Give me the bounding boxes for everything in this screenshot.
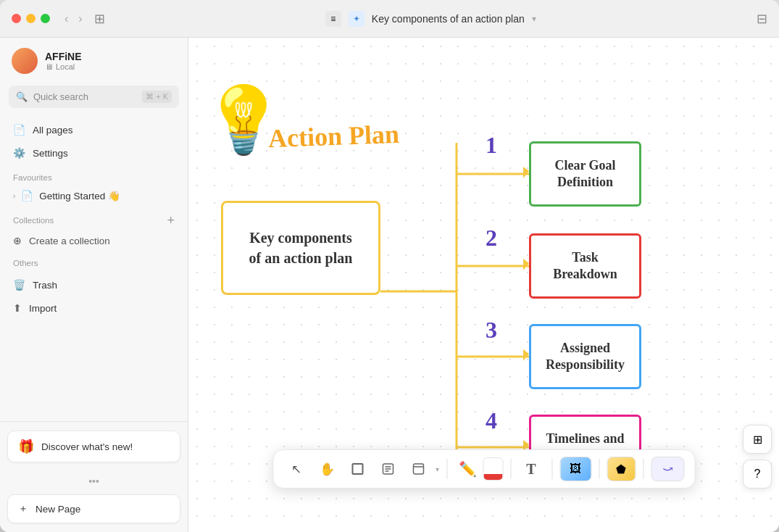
more-options-button[interactable]: •••	[81, 471, 107, 491]
nav-buttons: ‹ ›	[62, 11, 86, 27]
user-info: AFFiNE 🖥 Local	[45, 51, 82, 71]
branch-box-1-text: Clear GoalDefinition	[554, 157, 615, 191]
center-box-text: Key componentsof an action plan	[249, 228, 353, 268]
settings-icon: ⚙️	[13, 147, 25, 159]
embed-tool-button[interactable]	[405, 456, 431, 482]
svg-rect-10	[352, 464, 362, 474]
canvas-area[interactable]: 💡 Action Plan Key componentsof an action…	[188, 38, 779, 532]
sidebar-item-import[interactable]: ⬆ Import	[6, 296, 182, 320]
close-button[interactable]	[12, 14, 21, 23]
hand-tool-button[interactable]: ✋	[314, 456, 340, 482]
app-window: ‹ › ⊞ ≡ ✦ Key components of an action pl…	[0, 0, 779, 532]
discover-button[interactable]: 🎁 Discover what's new!	[7, 431, 180, 462]
sidebar: AFFiNE 🖥 Local 🔍 Quick search ⌘ + K 📄 Al…	[0, 38, 188, 532]
search-icon: 🔍	[16, 91, 28, 102]
image-tool-button[interactable]: 🖼	[559, 457, 591, 481]
workspace-label: 🖥 Local	[45, 62, 82, 71]
note-icon	[381, 462, 394, 475]
collections-label: Collections	[13, 216, 54, 225]
collections-header: Collections +	[0, 207, 188, 230]
sidebar-bottom: 🎁 Discover what's new! ••• ＋ New Page	[0, 421, 188, 532]
toolbar-separator-2	[510, 459, 511, 479]
titlebar-center: ≡ ✦ Key components of an action plan ▾	[114, 11, 748, 27]
toolbar-separator-3	[551, 459, 552, 479]
note-tool-button[interactable]	[375, 456, 401, 482]
user-name: AFFiNE	[45, 51, 82, 62]
branch-box-1: Clear GoalDefinition	[529, 141, 641, 207]
allpages-label: All pages	[33, 125, 73, 136]
sidebar-toggle-button[interactable]: ⊞	[94, 11, 105, 27]
num-label-4: 4	[486, 407, 497, 434]
grid-view-button[interactable]: ⊞	[743, 425, 772, 454]
canvas-right-buttons: ⊞ ?	[743, 425, 772, 489]
forward-button[interactable]: ›	[75, 11, 85, 27]
toolbar-separator	[446, 459, 447, 479]
frame-icon	[351, 462, 364, 475]
user-profile[interactable]: AFFiNE 🖥 Local	[0, 38, 188, 81]
create-collection-label: Create a collection	[29, 236, 110, 246]
quick-search-button[interactable]: 🔍 Quick search ⌘ + K	[9, 86, 179, 108]
maximize-button[interactable]	[41, 14, 50, 23]
plus-icon: ＋	[18, 502, 28, 515]
sidebar-more-row: •••	[7, 468, 180, 494]
sidebar-item-trash[interactable]: 🗑️ Trash	[6, 273, 182, 296]
new-page-label: New Page	[36, 504, 80, 515]
doc-view-icon[interactable]: ≡	[325, 11, 341, 27]
select-tool-button[interactable]: ↖	[283, 456, 309, 482]
settings-label: Settings	[33, 148, 68, 159]
num-label-2: 2	[486, 225, 497, 252]
add-collection-button[interactable]: +	[167, 214, 175, 227]
sidebar-item-settings[interactable]: ⚙️ Settings	[6, 141, 182, 165]
traffic-lights	[12, 14, 50, 23]
toolbar-separator-4	[599, 459, 599, 479]
pen-tool-group: ✏️	[454, 456, 503, 482]
right-sidebar-toggle[interactable]: ⊟	[757, 11, 767, 27]
getting-started-label: Getting Started 👋	[39, 190, 120, 201]
action-plan-heading: Action Plan	[267, 119, 399, 154]
favourites-section-label: Favourites	[0, 167, 188, 185]
sidebar-item-allpages[interactable]: 📄 All pages	[6, 118, 182, 141]
highlighter-color-button[interactable]	[483, 457, 503, 481]
num-label-3: 3	[486, 317, 497, 344]
avatar	[12, 48, 38, 74]
title-chevron-icon[interactable]: ▾	[532, 14, 536, 24]
help-button[interactable]: ?	[743, 460, 772, 489]
trash-label: Trash	[33, 280, 57, 291]
canvas-toolbar: ↖ ✋	[272, 449, 695, 489]
allpages-icon: 📄	[13, 124, 25, 136]
num-label-1: 1	[486, 132, 497, 159]
toolbar-separator-5	[643, 459, 643, 479]
shape-tool-button[interactable]: ⬟	[607, 457, 636, 481]
gift-icon: 🎁	[18, 439, 34, 454]
svg-rect-15	[413, 464, 423, 474]
pen-tool-button[interactable]: ✏️	[454, 456, 480, 482]
frame-tool-button[interactable]	[344, 456, 370, 482]
chevron-right-icon: ›	[13, 192, 15, 200]
text-tool-button[interactable]: T	[518, 456, 544, 482]
edgeless-view-icon[interactable]: ✦	[349, 11, 364, 27]
connector-tool-button[interactable]: ⤻	[651, 457, 684, 481]
minimize-button[interactable]	[26, 14, 36, 23]
embed-chevron-icon[interactable]: ▾	[436, 465, 439, 473]
svg-marker-6	[523, 167, 529, 178]
sidebar-item-getting-started[interactable]: › 📄 Getting Started 👋	[6, 185, 182, 207]
center-box: Key componentsof an action plan	[221, 201, 380, 295]
titlebar: ‹ › ⊞ ≡ ✦ Key components of an action pl…	[0, 0, 779, 38]
import-icon: ⬆	[13, 302, 22, 314]
branch-box-3: AssignedResponsibility	[529, 324, 641, 389]
new-page-button[interactable]: ＋ New Page	[7, 494, 180, 523]
create-collection-button[interactable]: ⊕ Create a collection	[0, 230, 188, 252]
svg-marker-7	[523, 259, 529, 270]
search-shortcut: ⌘ + K	[142, 91, 172, 103]
embed-icon	[412, 462, 425, 475]
branch-box-2-text: TaskBreakdown	[553, 249, 617, 283]
main-content: AFFiNE 🖥 Local 🔍 Quick search ⌘ + K 📄 Al…	[0, 38, 779, 532]
sidebar-nav: 📄 All pages ⚙️ Settings	[0, 115, 188, 167]
back-button[interactable]: ‹	[62, 11, 71, 27]
page-type-icon: 📄	[21, 190, 33, 201]
search-label: Quick search	[33, 91, 136, 102]
import-label: Import	[29, 303, 57, 314]
create-collection-icon: ⊕	[13, 235, 22, 246]
branch-box-3-text: AssignedResponsibility	[546, 340, 625, 374]
discover-label: Discover what's new!	[41, 441, 133, 452]
